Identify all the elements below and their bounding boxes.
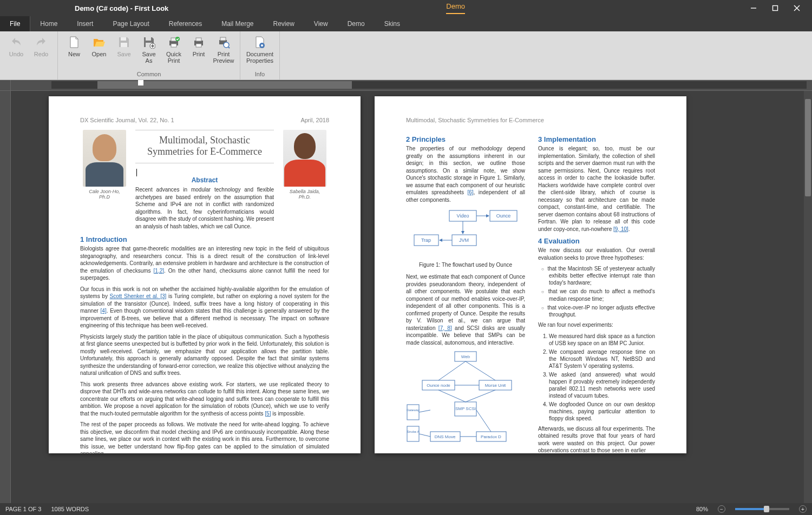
- tab-review[interactable]: Review: [264, 16, 304, 31]
- window-title: Demo (C# code) - First Look: [75, 4, 168, 12]
- svg-rect-4: [121, 37, 126, 41]
- svg-rect-1: [773, 6, 778, 11]
- tab-home[interactable]: Home: [30, 16, 67, 31]
- svg-rect-14: [196, 38, 201, 41]
- print-preview-icon: [217, 36, 230, 49]
- maximize-button[interactable]: [764, 0, 786, 16]
- svg-rect-6: [146, 37, 151, 41]
- print-preview-button[interactable]: Print Preview: [212, 34, 235, 70]
- tab-view[interactable]: View: [304, 16, 338, 31]
- svg-point-18: [224, 42, 229, 48]
- tab-skins[interactable]: Skins: [375, 16, 410, 31]
- save-icon: [117, 36, 130, 49]
- document-properties-icon: [253, 36, 266, 49]
- undo-icon: [10, 36, 23, 49]
- svg-rect-17: [220, 37, 226, 41]
- redo-button[interactable]: Redo: [29, 34, 53, 70]
- context-tab: Demo: [168, 2, 743, 14]
- tab-page-layout[interactable]: Page Layout: [103, 16, 159, 31]
- minimize-button[interactable]: [743, 0, 764, 16]
- print-icon: [192, 36, 205, 49]
- quick-print-button[interactable]: Quick Print: [162, 34, 186, 70]
- svg-rect-11: [171, 44, 176, 47]
- save-as-button[interactable]: Save As: [137, 34, 161, 70]
- document-properties-button[interactable]: Document Properties: [245, 34, 275, 70]
- close-button[interactable]: [786, 0, 808, 16]
- tab-references[interactable]: References: [159, 16, 212, 31]
- svg-rect-5: [121, 43, 127, 47]
- print-button[interactable]: Print: [187, 34, 211, 70]
- open-button[interactable]: Open: [87, 34, 111, 70]
- undo-button[interactable]: Undo: [4, 34, 28, 70]
- ribbon-tabs: File Home Insert Page Layout References …: [0, 16, 812, 31]
- save-button[interactable]: Save: [112, 34, 136, 70]
- svg-line-19: [228, 47, 230, 48]
- redo-icon: [35, 36, 48, 49]
- svg-rect-15: [196, 44, 201, 47]
- tab-demo[interactable]: Demo: [338, 16, 375, 31]
- new-button[interactable]: New: [62, 34, 86, 70]
- svg-point-21: [261, 44, 263, 47]
- save-as-icon: [142, 36, 155, 49]
- tab-file[interactable]: File: [0, 16, 30, 31]
- ribbon-group-common: Common: [62, 70, 235, 78]
- ribbon: Undo Redo New Open Save: [0, 31, 812, 80]
- quick-print-icon: [167, 36, 180, 49]
- open-folder-icon: [93, 36, 106, 49]
- tab-mail-merge[interactable]: Mail Merge: [212, 16, 263, 31]
- new-file-icon: [68, 36, 81, 49]
- title-bar: Demo (C# code) - First Look Demo: [0, 0, 812, 16]
- tab-insert[interactable]: Insert: [67, 16, 103, 31]
- ribbon-group-info: Info: [245, 70, 275, 78]
